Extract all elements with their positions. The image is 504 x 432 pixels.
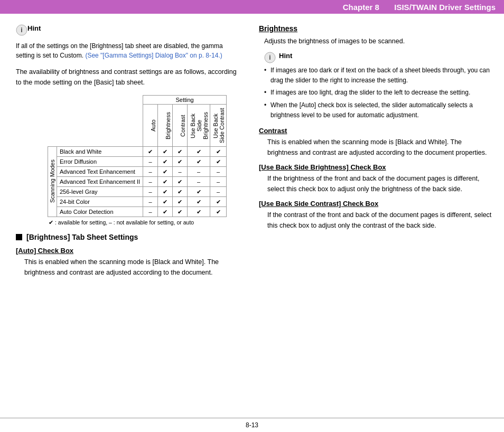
table-cell: – xyxy=(188,177,210,187)
table-cell: ✔ xyxy=(188,197,210,207)
table-cell: – xyxy=(143,167,158,177)
settings-table-wrapper: Setting Auto Brightness Contrast Use Bac… xyxy=(48,95,243,226)
table-cell: ✔ xyxy=(158,157,173,167)
table-cell: ✔ xyxy=(173,147,188,157)
svg-text:i: i xyxy=(21,26,22,34)
use-back-brightness-text: If the brightness of the front and back … xyxy=(267,173,493,194)
col-header-back-brightness: Use Back Side Brightness xyxy=(188,105,210,147)
table-cell: ✔ xyxy=(188,207,210,217)
table-cell: ✔ xyxy=(158,207,173,217)
table-cell: – xyxy=(188,167,210,177)
table-cell: ✔ xyxy=(158,147,173,157)
table-cell: ✔ xyxy=(188,157,210,167)
use-back-brightness-title: [Use Back Side Brightness] Check Box xyxy=(259,163,493,171)
page-footer: 8-13 xyxy=(0,418,504,432)
hint-list-item: When the [Auto] check box is selected, t… xyxy=(264,100,493,120)
hint-label-right: Hint xyxy=(279,52,292,60)
hint-list-item: If images are too dark or if text on the… xyxy=(264,65,493,86)
use-back-contrast-title: [Use Back Side Contrast] Check Box xyxy=(259,200,493,208)
table-cell: ✔ xyxy=(173,157,188,167)
hint-list-item: If images are too light, drag the slider… xyxy=(264,88,493,98)
table-cell: ✔ xyxy=(210,207,227,217)
chapter-title: ISIS/TWAIN Driver Settings xyxy=(394,3,496,12)
page-number: 8-13 xyxy=(246,421,258,429)
intro-text: The availability of brightness and contr… xyxy=(16,67,243,88)
table-cell: ✔ xyxy=(188,147,210,157)
hint-content-left: If all of the settings on the [Brightnes… xyxy=(16,41,243,60)
table-cell: ✔ xyxy=(173,197,188,207)
table-cell: – xyxy=(143,157,158,167)
contrast-title: Contrast xyxy=(259,127,493,135)
table-row-label: Advanced Text Enhancement II xyxy=(57,177,143,187)
table-cell: – xyxy=(143,207,158,217)
table-cell: ✔ xyxy=(210,197,227,207)
table-cell: – xyxy=(210,177,227,187)
table-cell: – xyxy=(143,197,158,207)
table-cell: ✔ xyxy=(158,177,173,187)
hint-label-left: Hint xyxy=(27,24,41,32)
table-cell: ✔ xyxy=(158,197,173,207)
col-header-contrast: Contrast xyxy=(173,105,188,147)
hint-link[interactable]: (See "[Gamma Settings] Dialog Box" on p.… xyxy=(85,52,222,59)
table-row-label: Auto Color Detection xyxy=(57,207,143,217)
hint-list: If images are too dark or if text on the… xyxy=(264,65,493,120)
hint-icon-right: i xyxy=(264,52,276,63)
brightness-title: Brightness xyxy=(259,24,493,33)
scanning-modes-label: Scanning Modes xyxy=(49,159,55,203)
col-header-back-contrast: Use Back Side Contrast xyxy=(210,105,227,147)
table-row-label: Error Diffusion xyxy=(57,157,143,167)
table-cell: – xyxy=(143,177,158,187)
table-cell: – xyxy=(143,187,158,197)
svg-text:i: i xyxy=(269,54,270,61)
hint-box: i Hint xyxy=(16,24,243,36)
hint-icon: i xyxy=(16,24,27,36)
page-header: Chapter 8 ISIS/TWAIN Driver Settings xyxy=(0,0,504,14)
contrast-text: This is enabled when the scanning mode i… xyxy=(267,137,493,158)
table-cell: ✔ xyxy=(188,187,210,197)
table-cell: ✔ xyxy=(143,147,158,157)
brightness-text: Adjusts the brightness of images to be s… xyxy=(264,36,493,46)
square-icon xyxy=(16,234,22,240)
table-cell: – xyxy=(210,167,227,177)
auto-check-box-title: [Auto] Check Box xyxy=(16,247,243,255)
setting-group-header: Setting xyxy=(143,96,227,105)
chapter-label: Chapter 8 xyxy=(343,3,379,12)
table-cell: ✔ xyxy=(210,147,227,157)
use-back-contrast-text: If the contrast of the front and back of… xyxy=(267,210,493,231)
settings-table: Setting Auto Brightness Contrast Use Bac… xyxy=(48,95,227,217)
table-row-label: 24-bit Color xyxy=(57,197,143,207)
table-cell: – xyxy=(173,167,188,177)
table-row-label: Black and White xyxy=(57,147,143,157)
table-cell: ✔ xyxy=(210,157,227,167)
right-column: Brightness Adjusts the brightness of ima… xyxy=(254,24,504,293)
table-cell: ✔ xyxy=(173,187,188,197)
page-content: i Hint If all of the settings on the [Br… xyxy=(0,14,504,293)
brightness-tab-heading: [Brightness] Tab Sheet Settings xyxy=(16,233,243,241)
table-cell: ✔ xyxy=(158,187,173,197)
col-header-auto: Auto xyxy=(143,105,158,147)
table-row-label: 256-level Gray xyxy=(57,187,143,197)
hint-box-right: i Hint xyxy=(264,52,493,63)
table-cell: ✔ xyxy=(173,207,188,217)
table-cell: ✔ xyxy=(158,167,173,177)
table-cell: ✔ xyxy=(173,177,188,187)
auto-check-box-text: This is enabled when the scanning mode i… xyxy=(24,257,243,278)
table-row-label: Advanced Text Enhancement xyxy=(57,167,143,177)
table-note: ✔ : available for setting, – : not avail… xyxy=(49,219,243,226)
table-cell: – xyxy=(210,187,227,197)
left-column: i Hint If all of the settings on the [Br… xyxy=(0,24,254,293)
col-header-brightness: Brightness xyxy=(158,105,173,147)
